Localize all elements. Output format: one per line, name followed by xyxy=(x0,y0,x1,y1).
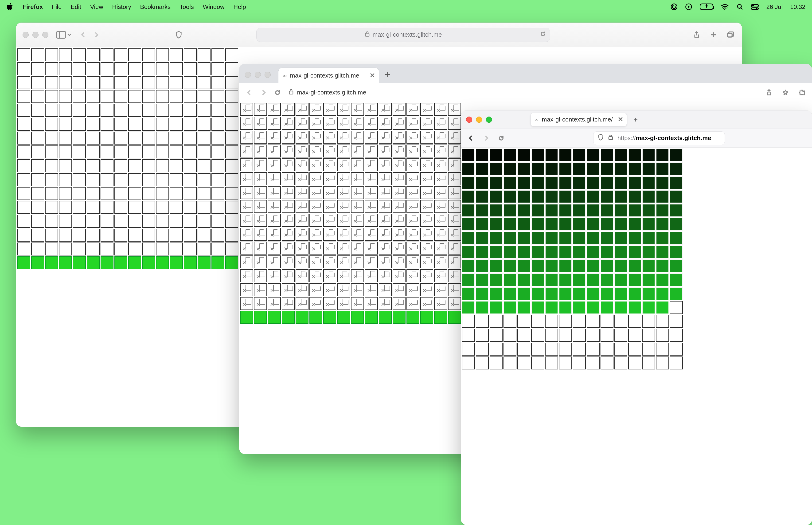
grid-cell xyxy=(225,62,238,75)
menubar-item-help[interactable]: Help xyxy=(233,3,246,11)
grid-cell xyxy=(184,256,197,269)
reload-button[interactable] xyxy=(496,133,506,143)
grid-cell xyxy=(587,343,600,356)
zoom-dot[interactable] xyxy=(264,72,271,78)
firefox-address-field[interactable]: https://max-gl-contexts.glitch.me xyxy=(593,131,725,145)
grid-cell xyxy=(170,104,183,117)
grid-cell xyxy=(184,76,197,89)
close-tab-icon[interactable] xyxy=(370,72,375,79)
grid-cell xyxy=(295,311,308,324)
battery-icon[interactable] xyxy=(700,3,713,10)
wifi-icon[interactable] xyxy=(721,4,729,10)
menubar-item-window[interactable]: Window xyxy=(203,3,224,11)
grid-cell xyxy=(295,242,308,255)
menubar-time[interactable]: 10:32 xyxy=(790,3,806,11)
grid-cell xyxy=(17,118,30,131)
menubar-item-edit[interactable]: Edit xyxy=(71,3,81,11)
control-center-icon[interactable] xyxy=(751,4,759,10)
grid-cell xyxy=(600,232,613,245)
grid-cell xyxy=(531,232,544,245)
grid-cell xyxy=(587,162,600,175)
grid-cell xyxy=(225,146,238,159)
apple-icon[interactable] xyxy=(6,3,14,11)
reload-button[interactable] xyxy=(273,88,282,97)
infinity-favicon-icon: ∞ xyxy=(535,116,538,123)
grid-cell xyxy=(462,162,475,175)
chrome-traffic-lights[interactable] xyxy=(245,72,271,78)
grid-cell xyxy=(17,159,30,172)
forward-button[interactable] xyxy=(481,133,491,143)
new-tab-icon[interactable] xyxy=(709,30,719,40)
grid-cell xyxy=(434,269,447,282)
menubar-item-bookmarks[interactable]: Bookmarks xyxy=(140,3,171,11)
zoom-dot[interactable] xyxy=(486,117,492,123)
safari-traffic-lights[interactable] xyxy=(22,32,48,38)
grammarly-icon[interactable] xyxy=(671,3,678,10)
grid-cell xyxy=(587,357,600,370)
minimize-dot[interactable] xyxy=(255,72,261,78)
extensions-icon[interactable] xyxy=(797,88,807,97)
share-icon[interactable] xyxy=(692,30,702,40)
tracking-protection-shield-icon[interactable] xyxy=(598,134,604,142)
zoom-dot[interactable] xyxy=(42,32,48,38)
grid-cell xyxy=(573,273,586,286)
grid-cell xyxy=(254,145,267,158)
tabs-overview-icon[interactable] xyxy=(725,30,735,40)
forward-button[interactable] xyxy=(91,30,101,40)
bookmark-star-icon[interactable] xyxy=(781,88,791,97)
grid-cell xyxy=(476,149,489,162)
close-dot[interactable] xyxy=(466,117,472,123)
grid-cell xyxy=(73,118,86,131)
menubar-app-name[interactable]: Firefox xyxy=(22,3,43,11)
grid-cell xyxy=(434,242,447,255)
grid-cell xyxy=(282,145,295,158)
chrome-tab-active[interactable]: ∞ max-gl-contexts.glitch.me xyxy=(278,68,379,83)
minimize-dot[interactable] xyxy=(32,32,39,38)
grid-cell xyxy=(351,145,364,158)
shield-icon[interactable] xyxy=(174,30,184,40)
menubar-item-view[interactable]: View xyxy=(90,3,103,11)
firefox-tab-active[interactable]: ∞ max-gl-contexts.glitch.me/ xyxy=(531,113,627,126)
spotlight-search-icon[interactable] xyxy=(736,3,744,10)
new-tab-button[interactable] xyxy=(383,69,393,80)
menubar-date[interactable]: 26 Jul xyxy=(766,3,783,11)
grid-cell xyxy=(87,118,99,131)
safari-sidebar-button[interactable] xyxy=(56,31,72,39)
minimize-dot[interactable] xyxy=(476,117,482,123)
grid-cell xyxy=(184,104,197,117)
grid-cell xyxy=(587,329,600,342)
back-button[interactable] xyxy=(78,30,88,40)
grid-cell xyxy=(254,311,267,324)
grid-cell xyxy=(379,159,392,171)
grid-cell xyxy=(59,256,72,269)
grid-cell xyxy=(407,103,419,116)
chrome-address-field[interactable]: max-gl-contexts.glitch.me xyxy=(289,89,366,96)
grid-cell xyxy=(114,173,127,186)
media-play-icon[interactable] xyxy=(685,3,692,10)
grid-cell xyxy=(517,357,530,370)
grid-cell xyxy=(504,329,517,342)
share-icon[interactable] xyxy=(764,88,774,97)
new-tab-button[interactable]: ＋ xyxy=(632,115,639,124)
back-button[interactable] xyxy=(244,88,254,97)
grid-cell xyxy=(101,242,113,255)
reload-icon[interactable] xyxy=(540,31,546,39)
grid-cell xyxy=(504,162,517,175)
menubar-item-history[interactable]: History xyxy=(112,3,131,11)
grid-cell xyxy=(198,146,211,159)
forward-button[interactable] xyxy=(258,88,268,97)
back-button[interactable] xyxy=(466,133,476,143)
grid-cell xyxy=(156,159,169,172)
menubar-item-tools[interactable]: Tools xyxy=(180,3,194,11)
grid-cell xyxy=(379,242,392,255)
menubar-item-file[interactable]: File xyxy=(52,3,62,11)
grid-cell xyxy=(31,229,44,242)
safari-address-field[interactable]: max-gl-contexts.glitch.me xyxy=(256,28,550,42)
grid-cell xyxy=(600,176,613,189)
grid-cell xyxy=(59,90,72,103)
close-dot[interactable] xyxy=(22,32,29,38)
close-tab-icon[interactable] xyxy=(618,116,623,123)
grid-cell xyxy=(600,329,613,342)
firefox-traffic-lights[interactable] xyxy=(466,117,492,123)
close-dot[interactable] xyxy=(245,72,251,78)
